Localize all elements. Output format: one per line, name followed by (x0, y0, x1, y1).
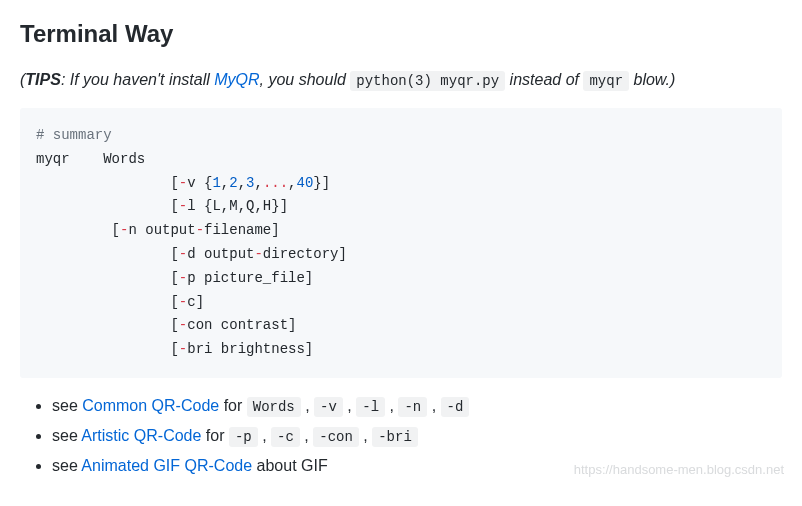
code-text: con contrast] (187, 317, 296, 333)
code-bri: -bri (372, 427, 418, 447)
code-op: - (196, 222, 204, 238)
tips-paragraph: (TIPS: If you haven't install MyQR, you … (20, 68, 782, 92)
tips-text-1: : If you haven't install (61, 71, 214, 88)
list-after: for (219, 397, 247, 414)
code-text: directory] (263, 246, 347, 262)
code-op: - (179, 270, 187, 286)
code-line: [ (36, 270, 179, 286)
code-text: l {L,M,Q,H}] (187, 198, 288, 214)
see-also-list: see Common QR-Code for Words , -v , -l ,… (20, 394, 782, 478)
code-python-myqr: python(3) myqr.py (350, 71, 505, 91)
code-comment: # summary (36, 127, 112, 143)
artistic-qr-link[interactable]: Artistic QR-Code (81, 427, 201, 444)
tips-text-4: blow.) (629, 71, 675, 88)
sep: , (300, 427, 313, 444)
code-num: 1 (212, 175, 220, 191)
list-item: see Artistic QR-Code for -p , -c , -con … (52, 424, 782, 448)
code-dots: ... (263, 175, 288, 191)
sep: , (385, 397, 398, 414)
code-con: -con (313, 427, 359, 447)
code-text: v { (187, 175, 212, 191)
code-line: [ (36, 317, 179, 333)
usage-code-block: # summary myqr Words [-v {1,2,3,...,40}]… (20, 108, 782, 378)
code-line: myqr Words (36, 151, 145, 167)
code-text: c] (187, 294, 204, 310)
code-line: [ (36, 198, 179, 214)
list-prefix: see (52, 457, 81, 474)
code-comma: , (254, 175, 262, 191)
list-prefix: see (52, 397, 82, 414)
code-op: - (179, 175, 187, 191)
code-text: n output (128, 222, 195, 238)
code-words: Words (247, 397, 301, 417)
code-text: d output (187, 246, 254, 262)
code-num: 2 (229, 175, 237, 191)
code-n: -n (398, 397, 427, 417)
common-qr-link[interactable]: Common QR-Code (82, 397, 219, 414)
code-op: - (179, 317, 187, 333)
sep: , (343, 397, 356, 414)
code-comma: , (221, 175, 229, 191)
sep: , (427, 397, 440, 414)
sep: , (258, 427, 271, 444)
code-c: -c (271, 427, 300, 447)
code-line: [ (36, 341, 179, 357)
list-prefix: see (52, 427, 81, 444)
code-line: [ (36, 222, 120, 238)
code-p: -p (229, 427, 258, 447)
sep: , (359, 427, 372, 444)
code-text: }] (313, 175, 330, 191)
code-l: -l (356, 397, 385, 417)
animated-gif-qr-link[interactable]: Animated GIF QR-Code (81, 457, 252, 474)
code-op: - (179, 246, 187, 262)
code-d: -d (441, 397, 470, 417)
code-op: - (254, 246, 262, 262)
code-comma: , (288, 175, 296, 191)
tips-text-3: instead of (505, 71, 583, 88)
code-line: [ (36, 294, 179, 310)
sep: , (301, 397, 314, 414)
code-text: bri brightness] (187, 341, 313, 357)
code-text: filename] (204, 222, 280, 238)
list-item: see Animated GIF QR-Code about GIF (52, 454, 782, 478)
list-after: for (201, 427, 229, 444)
tips-label: TIPS (25, 71, 61, 88)
code-line: [ (36, 246, 179, 262)
code-op: - (179, 341, 187, 357)
code-num: 40 (297, 175, 314, 191)
list-after: about GIF (252, 457, 328, 474)
code-v: -v (314, 397, 343, 417)
code-line: [ (36, 175, 179, 191)
code-op: - (179, 198, 187, 214)
code-op: - (179, 294, 187, 310)
list-item: see Common QR-Code for Words , -v , -l ,… (52, 394, 782, 418)
code-comma: , (238, 175, 246, 191)
section-heading: Terminal Way (20, 16, 782, 52)
tips-text-2: , you should (260, 71, 351, 88)
code-myqr: myqr (583, 71, 629, 91)
myqr-link[interactable]: MyQR (214, 71, 259, 88)
code-text: p picture_file] (187, 270, 313, 286)
